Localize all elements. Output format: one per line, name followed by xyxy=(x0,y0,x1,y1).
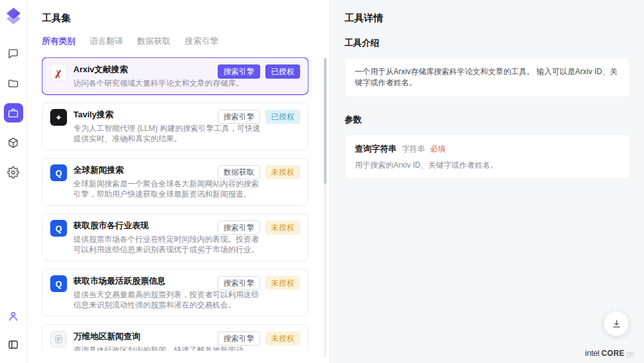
tool-detail-panel: 工具详情 工具介绍 一个用于从Arxiv存储库搜索科学论文和文章的工具。 输入可… xyxy=(330,0,644,363)
tool-card-description: 提供当天交易量最高的股票列表，投资者可以利用这些信息来识别流动性强的股票和潜在的… xyxy=(73,289,261,310)
tool-card-description: 全球新闻搜索是一个聚合全球各大新闻网站内容的搜索引擎，帮助用户快速获取全球最新资… xyxy=(73,179,261,199)
param-description: 用于搜索的Arxiv ID、关键字或作者姓名。 xyxy=(355,160,620,170)
tool-card-tags: 搜索引擎 已授权 xyxy=(218,64,300,79)
category-badge: 数据获取 xyxy=(218,165,260,179)
download-button[interactable] xyxy=(604,311,629,336)
intro-section-title: 工具介绍 xyxy=(345,37,630,49)
tab-data-fetch[interactable]: 数据获取 xyxy=(137,35,171,47)
tool-card-description: 提供股票市场各个行业在特定时间段内的表现。投资者可以利用这些信息来识别表现优于或… xyxy=(73,234,261,255)
category-badge: 搜索引擎 xyxy=(218,221,260,235)
auth-status-badge: 未授权 xyxy=(265,276,300,290)
document-icon xyxy=(50,331,67,348)
tool-card-regional-news[interactable]: 万维地区新闻查询 查询具体行政区划内的新闻，快速了解各地新闻动 搜索引擎 未授权 xyxy=(42,324,308,351)
sidebar-bottom xyxy=(4,306,23,354)
panel-layout-icon xyxy=(7,338,19,351)
intro-card: 一个用于从Arxiv存储库搜索科学论文和文章的工具。 输入可以是Arxiv ID… xyxy=(345,57,630,97)
core-wordmark: CORE xyxy=(601,349,625,358)
nav-chat-button[interactable] xyxy=(4,44,23,63)
param-required-badge: 必填 xyxy=(430,144,446,155)
tool-card-active-stocks[interactable]: Q 获取市场最活跃股票信息 提供当天交易量最高的股票列表，投资者可以利用这些信息… xyxy=(42,269,308,317)
nav-files-button[interactable] xyxy=(4,74,23,93)
gear-icon xyxy=(7,166,19,179)
tool-card-description: 访问各个研究领域大量科学论文和文章的存储库。 xyxy=(73,78,243,88)
list-scrollbar xyxy=(324,58,327,358)
category-badge: 搜索引擎 xyxy=(218,64,260,79)
nav-collapse-button[interactable] xyxy=(4,335,23,354)
tab-search-engine[interactable]: 搜索引擎 xyxy=(185,35,218,47)
category-badge: 搜索引擎 xyxy=(218,276,260,290)
category-tabs: 所有类别 语言翻译 数据获取 搜索引擎 xyxy=(42,35,330,47)
intel-core-logo: intel CORE ™ xyxy=(585,348,634,358)
tab-all-categories[interactable]: 所有类别 xyxy=(42,35,75,47)
category-badge: 搜索引擎 xyxy=(218,110,260,124)
param-header: 查询字符串 字符串 必填 xyxy=(355,143,620,155)
category-badge: 搜索引擎 xyxy=(218,331,260,346)
tool-card-tags: 搜索引擎 已授权 xyxy=(218,110,300,124)
auth-status-badge: 已授权 xyxy=(265,110,300,124)
auth-status-badge: 未授权 xyxy=(265,221,300,235)
app-window: 工具集 所有类别 语言翻译 数据获取 搜索引擎 χ Arxiv文献搜索 访问各个… xyxy=(0,0,644,363)
tool-list-panel: 工具集 所有类别 语言翻译 数据获取 搜索引擎 χ Arxiv文献搜索 访问各个… xyxy=(27,0,330,363)
tavily-logo-icon: ✦ xyxy=(50,109,67,126)
sidebar-rail xyxy=(0,0,27,363)
app-logo-icon xyxy=(6,8,21,25)
intro-text: 一个用于从Arxiv存储库搜索科学论文和文章的工具。 输入可以是Arxiv ID… xyxy=(355,66,620,88)
auth-status-badge: 未授权 xyxy=(265,331,300,346)
auth-status-badge: 已授权 xyxy=(265,64,300,79)
tool-card-tags: 搜索引擎 未授权 xyxy=(218,331,300,346)
sidebar-nav xyxy=(4,44,23,182)
arxiv-logo-icon: χ xyxy=(50,64,67,81)
news-provider-logo-icon: Q xyxy=(50,164,67,181)
tool-card-list: χ Arxiv文献搜索 访问各个研究领域大量科学论文和文章的存储库。 搜索引擎 … xyxy=(42,57,308,351)
list-scrollbar-thumb[interactable] xyxy=(324,58,327,184)
tool-card-description: 专为人工智能代理 (LLM) 构建的搜索引擎工具，可快速提供实时、准确和真实的结… xyxy=(73,123,261,144)
param-card: 查询字符串 字符串 必填 用于搜索的Arxiv ID、关键字或作者姓名。 xyxy=(345,134,630,179)
param-type: 字符串 xyxy=(402,144,425,155)
detail-title: 工具详情 xyxy=(345,12,630,25)
download-icon xyxy=(611,319,622,329)
core-trademark: ™ xyxy=(627,352,634,357)
package-icon xyxy=(7,137,19,149)
folder-icon xyxy=(7,77,19,90)
finance-provider-logo-icon: Q xyxy=(50,220,67,237)
auth-status-badge: 未授权 xyxy=(265,165,300,179)
nav-plugins-button[interactable] xyxy=(4,133,23,152)
tab-language-translation[interactable]: 语言翻译 xyxy=(90,35,123,47)
tool-card-tags: 搜索引擎 未授权 xyxy=(218,221,300,235)
tool-card-description: 查询具体行政区划内的新闻，快速了解各地新闻动 xyxy=(73,345,243,351)
params-section-title: 参数 xyxy=(345,114,630,126)
nav-user-button[interactable] xyxy=(4,306,23,326)
tool-card-sector-performance[interactable]: Q 获取股市各行业表现 提供股票市场各个行业在特定时间段内的表现。投资者可以利用… xyxy=(42,213,308,261)
user-icon xyxy=(7,310,19,322)
finance-provider-logo-icon: Q xyxy=(50,275,67,292)
tool-card-tags: 搜索引擎 未授权 xyxy=(218,276,300,290)
tool-card-tags: 数据获取 未授权 xyxy=(218,165,300,179)
tool-card-global-news[interactable]: Q 全球新闻搜索 全球新闻搜索是一个聚合全球各大新闻网站内容的搜索引擎，帮助用户… xyxy=(42,158,308,206)
chat-icon xyxy=(7,48,19,60)
tool-list-title: 工具集 xyxy=(42,12,330,25)
tool-card-tavily[interactable]: ✦ Tavily搜索 专为人工智能代理 (LLM) 构建的搜索引擎工具，可快速提… xyxy=(42,103,308,150)
tool-card-arxiv[interactable]: χ Arxiv文献搜索 访问各个研究领域大量科学论文和文章的存储库。 搜索引擎 … xyxy=(42,57,308,95)
nav-settings-button[interactable] xyxy=(4,162,23,182)
intel-wordmark: intel xyxy=(585,348,599,358)
nav-tools-button[interactable] xyxy=(4,103,23,123)
param-name: 查询字符串 xyxy=(355,143,397,155)
briefcase-icon xyxy=(7,107,19,119)
